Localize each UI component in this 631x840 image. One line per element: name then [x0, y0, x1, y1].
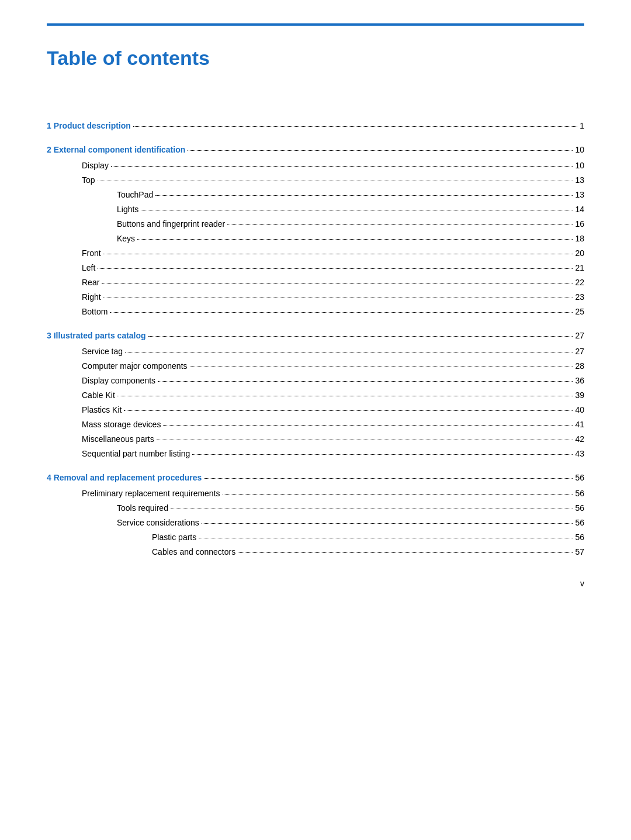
- toc-label: Cable Kit: [82, 389, 115, 402]
- toc-page: 56: [575, 488, 584, 500]
- toc-entry[interactable]: Service tag27: [47, 345, 584, 358]
- toc-dots: [204, 478, 573, 479]
- toc-entry[interactable]: Preliminary replacement requirements56: [47, 488, 584, 500]
- toc-dots: [238, 552, 573, 553]
- toc-label: Plastics Kit: [82, 404, 122, 416]
- toc-label: Service considerations: [117, 517, 199, 529]
- toc-label: Miscellaneous parts: [82, 433, 154, 445]
- toc-label: Plastic parts: [152, 531, 196, 544]
- toc-page: 21: [575, 262, 584, 274]
- toc-entry[interactable]: 3 Illustrated parts catalog27: [47, 330, 584, 342]
- toc-page: 13: [575, 189, 584, 201]
- toc-dots: [199, 538, 573, 538]
- toc-entry[interactable]: Tools required56: [47, 502, 584, 514]
- toc-dots: [171, 509, 573, 509]
- toc-dots: [202, 523, 573, 524]
- toc-label: Cables and connectors: [152, 546, 235, 558]
- toc-page: 36: [575, 375, 584, 387]
- toc-dots: [227, 224, 573, 225]
- toc-page: 18: [575, 233, 584, 245]
- toc-entry[interactable]: Sequential part number listing43: [47, 448, 584, 460]
- toc-entry[interactable]: Service considerations56: [47, 517, 584, 529]
- toc-dots: [190, 367, 573, 367]
- toc-container: 1 Product description12 External compone…: [47, 120, 584, 558]
- toc-label: Computer major components: [82, 360, 188, 372]
- toc-entry[interactable]: Display components36: [47, 375, 584, 387]
- toc-entry[interactable]: 4 Removal and replacement procedures56: [47, 472, 584, 484]
- toc-entry[interactable]: Mass storage devices41: [47, 419, 584, 431]
- toc-page: 16: [575, 218, 584, 230]
- toc-entry[interactable]: Miscellaneous parts42: [47, 433, 584, 445]
- toc-label: Buttons and fingerprint reader: [117, 218, 225, 230]
- toc-label: Display: [82, 160, 109, 172]
- toc-entry[interactable]: Lights14: [47, 203, 584, 216]
- toc-entry[interactable]: Bottom25: [47, 306, 584, 318]
- page-number: v: [580, 578, 584, 590]
- toc-dots: [133, 126, 577, 127]
- toc-dots: [188, 150, 573, 151]
- toc-entry[interactable]: Cables and connectors57: [47, 546, 584, 558]
- toc-label: Top: [82, 174, 95, 186]
- toc-entry[interactable]: Plastics Kit40: [47, 404, 584, 416]
- toc-entry[interactable]: 2 External component identification10: [47, 144, 584, 156]
- toc-dots: [163, 425, 573, 426]
- toc-dots: [117, 396, 573, 396]
- toc-label: 2 External component identification: [47, 144, 185, 156]
- toc-dots: [158, 381, 573, 382]
- toc-label: 3 Illustrated parts catalog: [47, 330, 146, 342]
- toc-dots: [155, 195, 573, 196]
- toc-dots: [125, 352, 573, 352]
- toc-entry[interactable]: Keys18: [47, 233, 584, 245]
- toc-dots: [98, 181, 573, 181]
- toc-dots: [98, 268, 573, 269]
- toc-page: 41: [575, 419, 584, 431]
- toc-dots: [141, 210, 573, 210]
- toc-page: 27: [575, 330, 584, 342]
- toc-label: Bottom: [82, 306, 108, 318]
- toc-dots: [137, 239, 573, 240]
- toc-dots: [103, 298, 573, 298]
- toc-label: Service tag: [82, 345, 123, 358]
- toc-dots: [102, 283, 573, 284]
- toc-entry[interactable]: 1 Product description1: [47, 120, 584, 132]
- toc-dots: [157, 440, 573, 440]
- toc-label: Left: [82, 262, 95, 274]
- toc-entry[interactable]: Top13: [47, 174, 584, 186]
- toc-entry[interactable]: Buttons and fingerprint reader16: [47, 218, 584, 230]
- toc-entry[interactable]: Rear22: [47, 276, 584, 289]
- toc-entry[interactable]: Left21: [47, 262, 584, 274]
- toc-page: 43: [575, 448, 584, 460]
- toc-label: Rear: [82, 276, 99, 289]
- toc-label: 1 Product description: [47, 120, 131, 132]
- toc-entry[interactable]: Right23: [47, 291, 584, 303]
- toc-label: 4 Removal and replacement procedures: [47, 472, 202, 484]
- toc-page: 13: [575, 174, 584, 186]
- toc-entry[interactable]: TouchPad13: [47, 189, 584, 201]
- toc-page: 22: [575, 276, 584, 289]
- toc-label: Keys: [117, 233, 135, 245]
- toc-page: 27: [575, 345, 584, 358]
- toc-dots: [124, 410, 573, 411]
- top-border: [47, 23, 584, 26]
- toc-entry[interactable]: Computer major components28: [47, 360, 584, 372]
- toc-label: Tools required: [117, 502, 168, 514]
- toc-entry[interactable]: Display10: [47, 160, 584, 172]
- toc-page: 56: [575, 531, 584, 544]
- toc-page: 39: [575, 389, 584, 402]
- toc-label: Front: [82, 247, 101, 260]
- toc-label: Preliminary replacement requirements: [82, 488, 220, 500]
- page: Table of contents 1 Product description1…: [0, 0, 631, 607]
- toc-page: 56: [575, 472, 584, 484]
- toc-page: 56: [575, 502, 584, 514]
- toc-dots: [103, 254, 573, 254]
- toc-page: 42: [575, 433, 584, 445]
- toc-page: 57: [575, 546, 584, 558]
- toc-entry[interactable]: Front20: [47, 247, 584, 260]
- toc-page: 28: [575, 360, 584, 372]
- toc-page: 56: [575, 517, 584, 529]
- toc-dots: [223, 494, 573, 495]
- toc-page: 25: [575, 306, 584, 318]
- toc-entry[interactable]: Plastic parts56: [47, 531, 584, 544]
- toc-entry[interactable]: Cable Kit39: [47, 389, 584, 402]
- toc-page: 14: [575, 203, 584, 216]
